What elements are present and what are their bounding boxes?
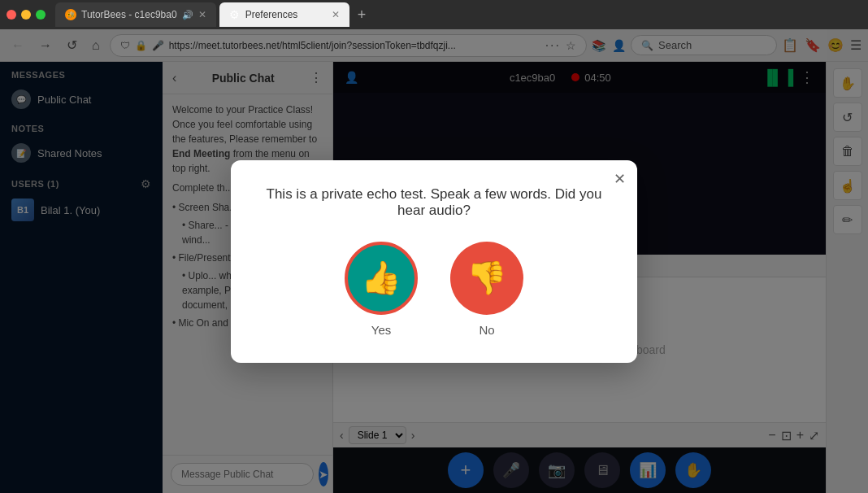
tab-audio-icon: 🔊 xyxy=(182,10,193,20)
tutorbees-favicon: 🐝 xyxy=(65,9,76,20)
tab-bar: 🐝 TutorBees - c1ec9ba0 🔊 ✕ ⚙ Preferences… xyxy=(0,0,868,29)
tab-tutorbees-close[interactable]: ✕ xyxy=(198,9,206,20)
modal-close-button[interactable]: ✕ xyxy=(614,170,626,188)
no-label: No xyxy=(479,323,494,337)
close-window-btn[interactable] xyxy=(7,10,16,20)
modal-buttons: 👍 Yes 👎 No xyxy=(263,242,605,337)
modal-question-text: This is a private echo test. Speak a few… xyxy=(263,186,605,219)
thumbs-down-icon: 👎 xyxy=(467,259,507,297)
tab-preferences-close[interactable]: ✕ xyxy=(332,9,340,20)
yes-label: Yes xyxy=(371,323,391,337)
echo-test-modal: ✕ This is a private echo test. Speak a f… xyxy=(231,160,637,363)
preferences-favicon: ⚙ xyxy=(229,9,241,20)
tab-preferences[interactable]: ⚙ Preferences ✕ xyxy=(219,2,349,27)
yes-button[interactable]: 👍 xyxy=(345,242,418,315)
modal-overlay: ✕ This is a private echo test. Speak a f… xyxy=(0,29,868,493)
maximize-window-btn[interactable] xyxy=(36,10,46,20)
preferences-tab-label: Preferences xyxy=(245,9,298,20)
thumbs-up-icon: 👍 xyxy=(361,259,401,297)
tab-tutorbees[interactable]: 🐝 TutorBees - c1ec9ba0 🔊 ✕ xyxy=(55,2,216,27)
yes-choice[interactable]: 👍 Yes xyxy=(345,242,418,337)
no-choice[interactable]: 👎 No xyxy=(450,242,523,337)
no-button[interactable]: 👎 xyxy=(450,242,523,315)
minimize-window-btn[interactable] xyxy=(21,10,31,20)
window-controls xyxy=(7,10,46,20)
add-tab-button[interactable]: + xyxy=(353,7,371,24)
tutorbees-tab-label: TutorBees - c1ec9ba0 xyxy=(81,9,177,20)
